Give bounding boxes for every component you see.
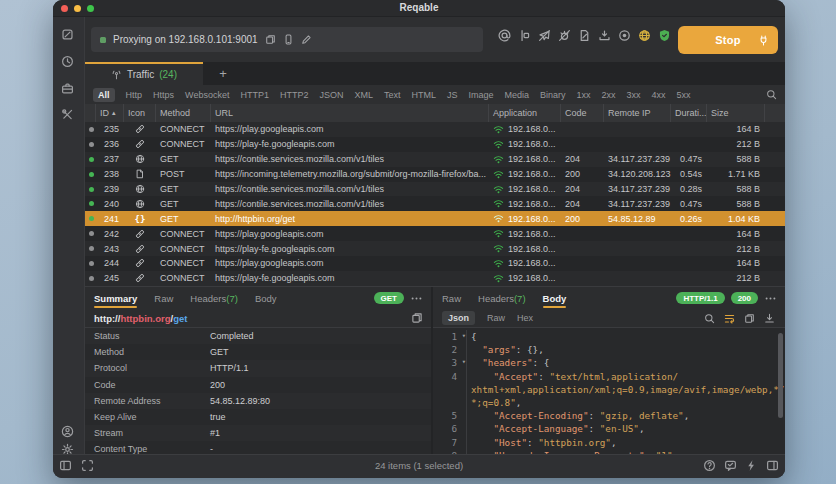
filter-chip-all[interactable]: All [93,88,115,102]
filter-chip-4xx[interactable]: 4xx [652,90,666,100]
feedback-icon[interactable] [724,459,737,472]
filter-chip-media[interactable]: Media [505,90,530,100]
filter-search-icon[interactable] [766,89,777,100]
word-wrap-icon[interactable] [724,313,735,324]
header-cell-id[interactable]: ID▴ [96,104,124,122]
record-icon[interactable] [618,29,631,42]
table-row[interactable]: 241{}GEThttp://httpbin.org/get192.168.0.… [85,211,785,226]
copy-url-icon[interactable] [411,312,423,324]
table-row[interactable]: 244CONNECThttps://play.googleapis.com192… [85,256,785,271]
fold-arrow-icon[interactable]: ▾ [462,356,466,369]
token: : {}, [516,344,544,355]
cell-size: 212 B [707,241,765,256]
fold-arrow-icon[interactable]: ▾ [462,330,466,343]
filter-chip-js[interactable]: JS [447,90,458,100]
stop-button[interactable]: Stop [678,26,778,54]
cell-spacer [765,241,785,256]
cell-state [85,241,96,256]
edit-pencil-icon[interactable] [301,34,312,45]
cell-icon [124,226,156,241]
tab-headers[interactable]: Headers(7) [478,287,526,309]
format-tab-hex[interactable]: Hex [517,313,533,323]
more-options-icon[interactable] [764,292,777,305]
rewrite-icon[interactable] [538,29,551,42]
format-tab-raw[interactable]: Raw [487,313,505,323]
response-panel-tabs: RawHeaders(7)BodyHTTP/1.1200 [433,287,785,309]
filter-chip-https[interactable]: Https [153,90,174,100]
table-row[interactable]: 238POSThttps://incoming.telemetry.mozill… [85,167,785,182]
capture-icon[interactable] [61,28,74,41]
toggle-right-panel-icon[interactable] [766,459,779,472]
history-clock-icon[interactable] [61,55,74,68]
tab-raw[interactable]: Raw [442,287,461,309]
field-label: Status [85,331,210,341]
filter-chip-websocket[interactable]: Websocket [185,90,229,100]
copy-icon[interactable] [265,34,276,45]
filter-chip-3xx[interactable]: 3xx [627,90,641,100]
proxy-status-dot [100,37,106,43]
method-badge: GET [374,292,404,304]
token: "Accept" [493,371,538,382]
toolbox-icon[interactable] [61,82,74,95]
filter-chip-http2[interactable]: HTTP2 [280,90,309,100]
token: , [639,423,645,434]
editor-copy-icon[interactable] [744,313,755,324]
tab-body[interactable]: Body [255,287,277,309]
table-row[interactable]: 237GEThttps://contile.services.mozilla.c… [85,152,785,167]
filter-chip-text[interactable]: Text [384,90,401,100]
table-row[interactable]: 235CONNECThttps://play.googleapis.com192… [85,122,785,137]
help-icon[interactable] [703,459,716,472]
status-dot [89,172,94,177]
cell-code: 200 [561,211,604,226]
more-options-icon[interactable] [410,292,423,305]
cell-remote-ip [604,241,671,256]
table-row[interactable]: 243CONNECThttps://play-fe.googleapis.com… [85,241,785,256]
line-number-gutter: 7 [433,436,467,449]
file-edit-icon[interactable] [578,29,591,42]
cell-state [85,196,96,211]
filter-chip-binary[interactable]: Binary [540,90,566,100]
tab-raw[interactable]: Raw [154,287,173,309]
table-row[interactable]: 242CONNECThttps://play.googleapis.com192… [85,226,785,241]
phone-icon[interactable] [283,34,294,45]
wifi-icon [493,243,504,254]
filter-chip-2xx[interactable]: 2xx [602,90,616,100]
editor-scrollbar[interactable] [778,333,783,418]
at-icon[interactable] [498,29,511,42]
import-icon[interactable] [598,29,611,42]
bolt-icon[interactable] [745,459,758,472]
filter-chip-xml[interactable]: XML [354,90,373,100]
network-globe-icon[interactable] [638,29,651,42]
account-icon[interactable] [61,425,74,438]
certificate-shield-icon[interactable] [658,29,671,42]
editor-search-icon[interactable] [704,313,715,324]
table-row[interactable]: 245CONNECThttps://play-fe.googleapis.com… [85,271,785,286]
cell-spacer [765,167,785,182]
cell-application: 192.168.0... [489,167,561,182]
cell-duration: 0.47s [671,196,707,211]
breakpoint-icon[interactable] [518,29,531,42]
cell-code [561,271,604,286]
filter-chip-json[interactable]: JSON [319,90,343,100]
tab-body[interactable]: Body [543,287,567,309]
filter-chip-http[interactable]: Http [126,90,143,100]
script-icon[interactable] [558,29,571,42]
filter-chip-html[interactable]: HTML [411,90,436,100]
filter-chip-1xx[interactable]: 1xx [577,90,591,100]
tab-summary[interactable]: Summary [94,287,137,309]
table-row[interactable]: 239GEThttps://contile.services.mozilla.c… [85,182,785,197]
json-body-editor[interactable]: 1▾{2 "args": {},3▾ "headers": {4 "Accept… [433,327,785,455]
tools-icon[interactable] [61,108,74,121]
tab-bar-right-group: HTTP/1.1200 [676,292,777,305]
format-tab-json[interactable]: Json [442,311,475,325]
editor-download-icon[interactable] [764,313,775,324]
filter-chip-image[interactable]: Image [469,90,494,100]
table-row[interactable]: 236CONNECThttps://play-fe.googleapis.com… [85,137,785,152]
filter-chip-http1[interactable]: HTTP1 [240,90,269,100]
add-tab-button[interactable]: + [215,65,231,81]
tab-traffic[interactable]: Traffic (24) [85,62,203,85]
filter-chip-5xx[interactable]: 5xx [677,90,691,100]
tab-headers[interactable]: Headers(7) [190,287,238,309]
table-row[interactable]: 240GEThttps://contile.services.mozilla.c… [85,196,785,211]
proxy-address-field[interactable]: Proxying on 192.168.0.101:9001 [91,27,483,52]
